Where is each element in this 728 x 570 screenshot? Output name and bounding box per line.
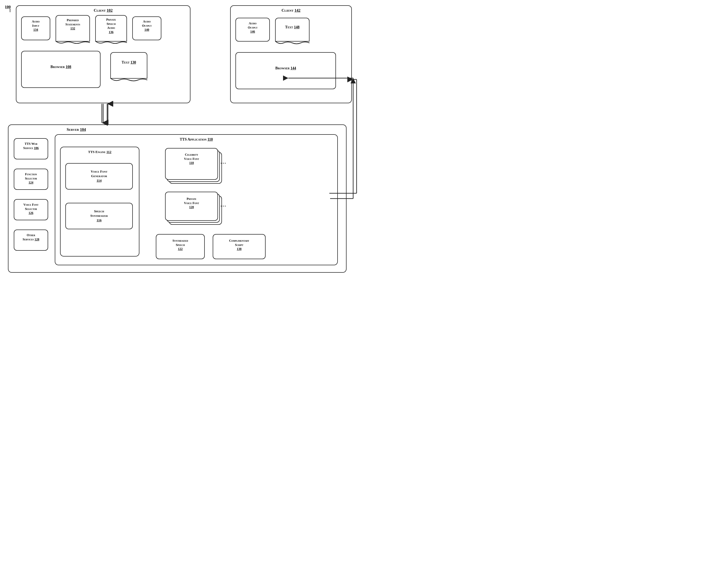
other-services-label: OtherServices 128 (14, 230, 48, 245)
private-voice-font-label: PrivateVoice Font120 (166, 192, 217, 214)
voice-font-generator-box: Voice FontGenerator114 (65, 163, 133, 190)
speech-synthesizer-box: SpeechSynthesizer116 (65, 203, 133, 229)
tts-application-label: TTS Application 110 (180, 137, 213, 142)
celebrity-dots: ··· (221, 161, 227, 166)
voice-font-generator-label: Voice FontGenerator114 (66, 164, 132, 189)
voice-font-selector-label: Voice FontSelector126 (14, 200, 48, 218)
browser-108-box: Browser 108 (21, 51, 100, 88)
audio-output-label: AudioOutput140 (133, 17, 161, 35)
text-130-box: Text 130 (110, 52, 147, 79)
audio-input-label: AudioInput134 (22, 17, 50, 35)
text-148-wave (275, 41, 309, 45)
client-142-box: Client 142 AudioOutput146 Text 148 Brows… (230, 5, 352, 103)
private-speech-audio-label: PrivateSpeechAudio136 (96, 16, 126, 36)
browser-144-label: Browser 144 (236, 53, 335, 71)
synthesized-speech-label: SynthesizedSpeech122 (156, 235, 204, 256)
prepared-statements-label: PreparedStatements132 (56, 16, 89, 33)
prepared-statements-box: PreparedStatements132 (56, 15, 90, 42)
speech-synthesizer-label: SpeechSynthesizer116 (66, 203, 132, 229)
audio-output-box: AudioOutput140 (132, 16, 161, 40)
ref-number: 100 (5, 5, 11, 9)
private-speech-wave (95, 41, 127, 44)
tts-engine-label: TTS Engine 112 (88, 149, 111, 155)
voice-font-selector-box: Voice FontSelector126 (14, 199, 48, 220)
tts-engine-box: TTS Engine 112 Voice FontGenerator114 Sp… (60, 147, 139, 257)
text-130-wave (110, 78, 147, 82)
other-services-box: OtherServices 128 (14, 230, 48, 251)
server-104-label: Server 104 (67, 127, 86, 132)
text-148-box: Text 148 (275, 18, 309, 42)
complimentary-script-label: ComplimentaryScript138 (213, 235, 265, 256)
function-selector-box: FunctionSelector124 (14, 169, 48, 190)
function-selector-label: FunctionSelector124 (14, 169, 48, 188)
celebrity-voice-font-box: CelebrityVoice Font118 (165, 148, 218, 180)
prepared-statements-wave (56, 41, 90, 44)
browser-108-label: Browser 108 (22, 51, 100, 69)
tts-web-service-box: TTS WebService 106 (14, 138, 48, 160)
client-142-label: Client 142 (281, 8, 300, 13)
tts-web-service-label: TTS WebService 106 (14, 139, 48, 153)
complimentary-script-box: ComplimentaryScript138 (213, 234, 265, 259)
audio-input-box: AudioInput134 (21, 16, 50, 40)
private-speech-audio-box: PrivateSpeechAudio136 (95, 15, 127, 42)
private-voice-font-box: PrivateVoice Font120 (165, 192, 218, 221)
client-102-box: Client 102 AudioInput134 PreparedStateme… (16, 5, 190, 103)
text-130-label: Text 130 (111, 53, 147, 72)
server-104-box: Server 104 TTS WebService 106 FunctionSe… (8, 124, 346, 273)
private-dots: ··· (221, 204, 227, 209)
client-102-label: Client 102 (94, 8, 112, 13)
text-148-label: Text 148 (276, 18, 309, 36)
diagram: 100 Client 102 AudioInput134 PreparedSta… (0, 0, 364, 285)
celebrity-voice-font-label: CelebrityVoice Font118 (166, 149, 217, 170)
audio-output-146-label: AudioOutput146 (236, 18, 269, 37)
tts-application-box: TTS Application 110 TTS Engine 112 Voice… (55, 134, 338, 265)
browser-144-box: Browser 144 (235, 52, 336, 89)
audio-output-146-box: AudioOutput146 (235, 18, 270, 42)
synthesized-speech-box: SynthesizedSpeech122 (156, 234, 205, 259)
